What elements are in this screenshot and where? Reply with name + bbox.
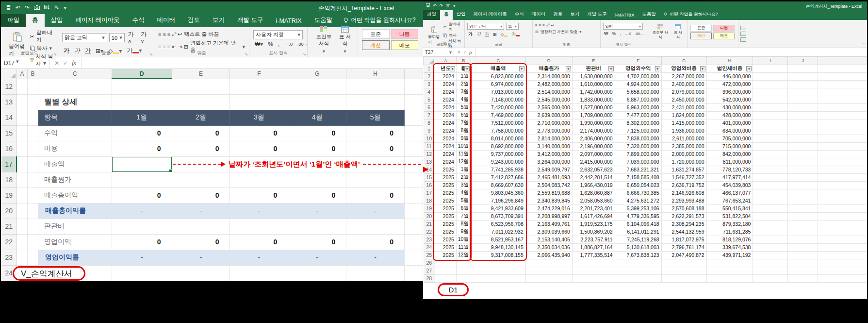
- cell[interactable]: 2,079,000,000: [661, 88, 706, 96]
- cell[interactable]: [230, 265, 288, 281]
- align-center-icon[interactable]: ≡: [163, 44, 165, 50]
- cell[interactable]: [753, 181, 788, 189]
- ribbon-tab-데이터[interactable]: 데이터: [150, 14, 181, 27]
- paste-button[interactable]: 붙여넣기 ▾: [5, 29, 30, 68]
- column-header-D[interactable]: D: [525, 57, 572, 65]
- cell[interactable]: 2,196,000,000: [572, 142, 615, 150]
- cell[interactable]: [706, 267, 753, 274]
- cell[interactable]: [16, 219, 27, 234]
- ribbon-tab-수식[interactable]: 수식: [126, 14, 150, 27]
- cell[interactable]: [753, 166, 788, 173]
- cell[interactable]: 401,000,000: [706, 119, 753, 127]
- cell[interactable]: 2,544,132,959: [661, 228, 706, 236]
- filter-button[interactable]: ▾: [608, 66, 614, 71]
- cell[interactable]: 2,406,000,000: [572, 135, 615, 142]
- cell[interactable]: [346, 219, 405, 234]
- cell[interactable]: 판관비: [38, 219, 112, 234]
- cell[interactable]: [405, 141, 423, 156]
- cell[interactable]: 1,546,727,352: [661, 173, 706, 181]
- accounting-format-icon[interactable]: ₩: [603, 31, 609, 36]
- increase-indent-icon[interactable]: ⇥: [178, 44, 181, 50]
- cell[interactable]: 7,245,119,268: [615, 236, 661, 243]
- cell-style-note[interactable]: 메모: [391, 40, 419, 50]
- cell[interactable]: [405, 125, 423, 141]
- cell[interactable]: 454,039,803: [706, 181, 753, 189]
- cell[interactable]: 1,631,274,857: [661, 166, 706, 173]
- cell[interactable]: [288, 172, 346, 187]
- cell[interactable]: 2,639,000,000: [525, 111, 572, 119]
- name-box[interactable]: T27▾: [423, 48, 454, 56]
- cell[interactable]: [788, 197, 818, 204]
- underline-button[interactable]: 가: [484, 31, 490, 37]
- cell[interactable]: 6,963,000,000: [615, 103, 661, 111]
- cell[interactable]: 2,146,926,608: [661, 189, 706, 197]
- cell[interactable]: 1,415,000,000: [661, 119, 706, 127]
- row-header-22[interactable]: 22: [1, 234, 17, 250]
- cell[interactable]: [346, 172, 405, 187]
- row-header-20[interactable]: 20: [1, 203, 17, 219]
- cell[interactable]: 5,130,618,003: [615, 243, 661, 251]
- cell[interactable]: [112, 172, 172, 187]
- cell[interactable]: [405, 79, 423, 94]
- cell[interactable]: [788, 96, 818, 103]
- ribbon-tab-file[interactable]: 파일: [423, 9, 440, 20]
- cell[interactable]: 767,653,241: [706, 197, 753, 204]
- cell[interactable]: 0: [346, 125, 405, 141]
- cell[interactable]: [288, 265, 346, 281]
- cell[interactable]: 396,000,000: [706, 88, 753, 96]
- undo-icon[interactable]: ↶: [433, 4, 437, 8]
- cell[interactable]: 2,385,000,000: [661, 142, 706, 150]
- cell[interactable]: 2,350,034,036: [525, 243, 572, 251]
- cell[interactable]: 6,887,000,000: [615, 96, 661, 103]
- cell[interactable]: 2,474,229,016: [525, 204, 572, 212]
- cell[interactable]: [753, 228, 788, 236]
- cell[interactable]: 4,275,631,272: [615, 197, 661, 204]
- cell[interactable]: 영업이익: [38, 234, 112, 250]
- cell[interactable]: 2,314,000,000: [525, 72, 572, 80]
- cell[interactable]: [788, 80, 818, 88]
- format-as-table-button[interactable]: 표 서식: [671, 24, 685, 40]
- cell[interactable]: [753, 259, 788, 267]
- cell[interactable]: [788, 119, 818, 127]
- font-size-select[interactable]: 11▾: [506, 23, 519, 30]
- conditional-formatting-button[interactable]: 조건부 서식: [650, 24, 671, 40]
- cell[interactable]: [788, 135, 818, 142]
- cell[interactable]: [16, 141, 27, 156]
- increase-decimal-icon[interactable]: ←.0: [624, 32, 632, 35]
- cell[interactable]: 7,477,000,000: [615, 111, 661, 119]
- ribbon-tab-삽입[interactable]: 삽입: [45, 14, 69, 27]
- cell[interactable]: 339,674,538: [706, 243, 753, 251]
- cell[interactable]: [27, 79, 38, 94]
- cell[interactable]: -: [288, 203, 346, 219]
- cell[interactable]: 매출총이익률: [38, 203, 112, 219]
- decrease-font-icon[interactable]: 가˅: [139, 30, 150, 45]
- cell[interactable]: 2,622,291,573: [661, 212, 706, 220]
- cell[interactable]: [172, 94, 230, 110]
- cell[interactable]: [435, 274, 456, 282]
- row-header-17[interactable]: 17: [1, 156, 17, 172]
- cell[interactable]: [405, 219, 423, 234]
- cell[interactable]: -: [346, 250, 405, 265]
- cell[interactable]: 2,504,083,742: [525, 181, 572, 189]
- formula-input[interactable]: [82, 57, 423, 68]
- ribbon-tab-개발 도구[interactable]: 개발 도구: [231, 14, 269, 27]
- cell[interactable]: 1,617,426,694: [572, 212, 615, 220]
- cell[interactable]: 0: [112, 234, 172, 250]
- align-bottom-icon[interactable]: ≡: [542, 23, 544, 28]
- cell[interactable]: [16, 79, 27, 94]
- cell[interactable]: [753, 96, 788, 103]
- column-header-I[interactable]: I: [753, 57, 788, 65]
- undo-icon[interactable]: ↶: [16, 5, 20, 11]
- cell[interactable]: [788, 127, 818, 135]
- cell[interactable]: [753, 251, 788, 259]
- cell[interactable]: 2,773,000,000: [525, 127, 572, 135]
- format-cells-icon[interactable]: [740, 37, 746, 42]
- font-size-select[interactable]: 10▾: [109, 33, 125, 42]
- cell[interactable]: [788, 158, 818, 166]
- cell[interactable]: 1,886,827,164: [572, 243, 615, 251]
- filter-button[interactable]: ▾: [700, 66, 705, 71]
- ribbon-tab-홈[interactable]: 홈: [440, 9, 453, 20]
- cell[interactable]: 0: [288, 234, 346, 250]
- cell[interactable]: [288, 219, 346, 234]
- cell[interactable]: [788, 65, 818, 72]
